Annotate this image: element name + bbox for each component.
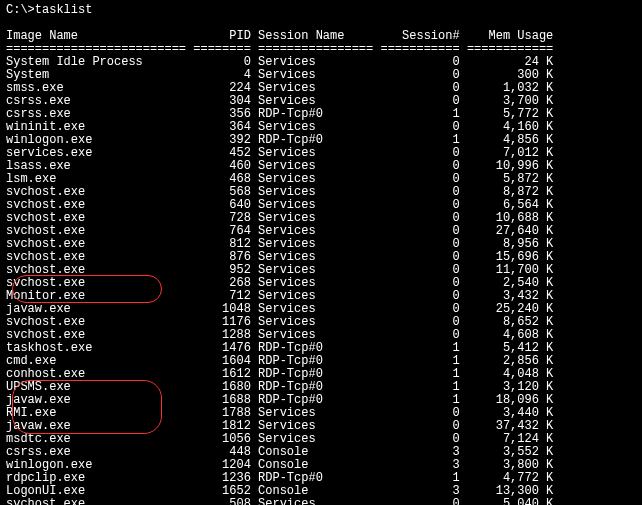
command-prompt: C:\>tasklist: [6, 4, 636, 17]
table-row: svchost.exe 508 Services 0 5,040 K: [6, 498, 636, 505]
